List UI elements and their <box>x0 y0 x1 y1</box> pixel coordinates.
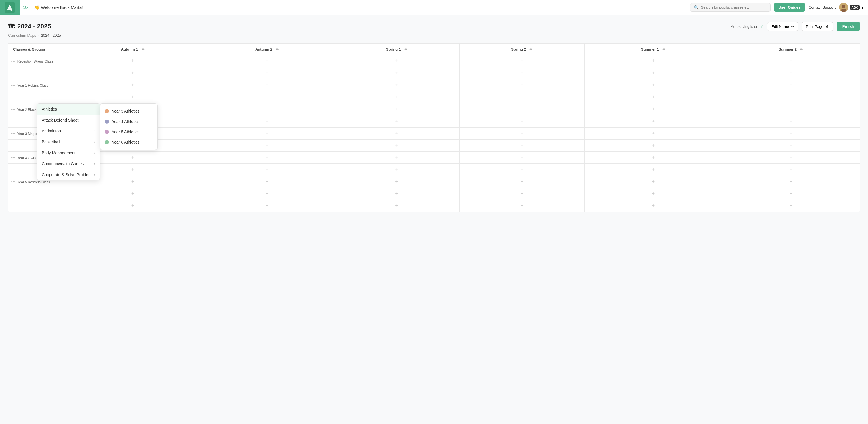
add-item-button[interactable]: + <box>652 82 655 88</box>
dropdown-item-athletics[interactable]: Athletics› <box>37 104 100 115</box>
add-item-button[interactable]: + <box>266 142 269 149</box>
add-item-button[interactable]: + <box>131 82 134 88</box>
add-item-button[interactable]: + <box>789 106 793 112</box>
add-item-button[interactable]: + <box>789 142 793 149</box>
add-item-button[interactable]: + <box>131 58 134 64</box>
add-item-button[interactable]: + <box>789 167 793 173</box>
add-item-button[interactable]: + <box>521 58 524 64</box>
add-item-button[interactable]: + <box>521 142 524 149</box>
add-item-button[interactable]: + <box>789 191 793 197</box>
row-menu-icon[interactable]: ••• <box>11 59 16 64</box>
add-item-button[interactable]: + <box>131 70 134 76</box>
submenu-item-year-5-athletics[interactable]: Year 5 Athletics <box>100 127 157 137</box>
edit-name-button[interactable]: Edit Name ✏ <box>767 22 798 31</box>
dropdown-item-attack-defend-shoot[interactable]: Attack Defend Shoot› <box>37 115 100 126</box>
search-input[interactable] <box>701 5 767 9</box>
add-item-button[interactable]: + <box>789 58 793 64</box>
add-item-button[interactable]: + <box>266 58 269 64</box>
add-item-button[interactable]: + <box>395 82 398 88</box>
add-item-button[interactable]: + <box>131 155 134 161</box>
add-item-button[interactable]: + <box>521 130 524 136</box>
nav-arrows[interactable]: ≫ <box>23 4 28 11</box>
autumn1-edit-icon[interactable]: ✏ <box>142 47 145 52</box>
add-item-button[interactable]: + <box>652 191 655 197</box>
add-item-button[interactable]: + <box>789 203 793 209</box>
add-item-button[interactable]: + <box>652 130 655 136</box>
add-item-button[interactable]: + <box>266 167 269 173</box>
add-item-button[interactable]: + <box>521 94 524 100</box>
add-item-button[interactable]: + <box>789 130 793 136</box>
add-item-button[interactable]: + <box>395 191 398 197</box>
add-item-button[interactable]: + <box>266 70 269 76</box>
add-item-button[interactable]: + <box>521 106 524 112</box>
contact-support-link[interactable]: Contact Support <box>808 5 836 9</box>
add-item-button[interactable]: + <box>266 94 269 100</box>
submenu-item-year-4-athletics[interactable]: Year 4 Athletics <box>100 116 157 127</box>
add-item-button[interactable]: + <box>789 94 793 100</box>
add-item-button[interactable]: + <box>521 118 524 124</box>
add-item-button[interactable]: + <box>266 130 269 136</box>
spring1-edit-icon[interactable]: ✏ <box>404 47 408 52</box>
add-item-button[interactable]: + <box>395 58 398 64</box>
add-item-button[interactable]: + <box>789 118 793 124</box>
add-item-button[interactable]: + <box>266 106 269 112</box>
add-item-button[interactable]: + <box>395 179 398 185</box>
add-item-button[interactable]: + <box>789 155 793 161</box>
user-menu[interactable]: ABC ▾ <box>839 3 863 12</box>
add-item-button[interactable]: + <box>652 58 655 64</box>
add-item-button[interactable]: + <box>652 106 655 112</box>
row-menu-icon[interactable]: ••• <box>11 155 16 160</box>
dropdown-item-commonwealth-games[interactable]: Commonwealth Games› <box>37 158 100 169</box>
add-item-button[interactable]: + <box>395 106 398 112</box>
add-item-button[interactable]: + <box>395 167 398 173</box>
add-item-button[interactable]: + <box>789 70 793 76</box>
add-item-button[interactable]: + <box>521 203 524 209</box>
add-item-button[interactable]: + <box>395 203 398 209</box>
finish-button[interactable]: Finish <box>837 22 860 31</box>
add-item-button[interactable]: + <box>266 179 269 185</box>
add-item-button[interactable]: + <box>131 179 134 185</box>
add-item-button[interactable]: + <box>395 118 398 124</box>
add-item-button[interactable]: + <box>652 167 655 173</box>
row-menu-icon[interactable]: ••• <box>11 131 16 136</box>
submenu-item-year-3-athletics[interactable]: Year 3 Athletics <box>100 106 157 116</box>
add-item-button[interactable]: + <box>521 82 524 88</box>
add-item-button[interactable]: + <box>266 203 269 209</box>
row-menu-icon[interactable]: ••• <box>11 107 16 112</box>
dropdown-item-basketball[interactable]: Basketball› <box>37 136 100 148</box>
add-item-button[interactable]: + <box>652 155 655 161</box>
add-item-button[interactable]: + <box>395 130 398 136</box>
add-item-button[interactable]: + <box>521 155 524 161</box>
add-item-button[interactable]: + <box>131 203 134 209</box>
add-item-button[interactable]: + <box>652 203 655 209</box>
add-item-button[interactable]: + <box>789 82 793 88</box>
add-item-button[interactable]: + <box>652 94 655 100</box>
row-menu-icon[interactable]: ••• <box>11 180 16 184</box>
search-bar[interactable]: 🔍 <box>690 3 771 12</box>
row-menu-icon[interactable]: ••• <box>11 83 16 88</box>
add-item-button[interactable]: + <box>652 179 655 185</box>
add-item-button[interactable]: + <box>521 191 524 197</box>
dropdown-item-cooperate-&-solve-problems[interactable]: Cooperate & Solve Problems› <box>37 169 100 180</box>
add-item-button[interactable]: + <box>131 191 134 197</box>
add-item-button[interactable]: + <box>652 118 655 124</box>
breadcrumb-root[interactable]: Curriculum Maps <box>8 33 36 38</box>
add-item-button[interactable]: + <box>395 142 398 149</box>
add-item-button[interactable]: + <box>266 191 269 197</box>
add-item-button[interactable]: + <box>395 70 398 76</box>
submenu-item-year-6-athletics[interactable]: Year 6 Athletics <box>100 137 157 148</box>
print-page-button[interactable]: Print Page 🖨 <box>802 22 833 31</box>
add-item-button[interactable]: + <box>395 94 398 100</box>
add-item-button[interactable]: + <box>652 142 655 149</box>
add-item-button[interactable]: + <box>395 155 398 161</box>
summer2-edit-icon[interactable]: ✏ <box>800 47 803 52</box>
add-item-button[interactable]: + <box>266 155 269 161</box>
add-item-button[interactable]: + <box>131 94 134 100</box>
summer1-edit-icon[interactable]: ✏ <box>662 47 666 52</box>
add-item-button[interactable]: + <box>266 118 269 124</box>
add-item-button[interactable]: + <box>521 167 524 173</box>
spring2-edit-icon[interactable]: ✏ <box>529 47 533 52</box>
autumn2-edit-icon[interactable]: ✏ <box>276 47 279 52</box>
dropdown-item-body-management[interactable]: Body Management› <box>37 148 100 158</box>
add-item-button[interactable]: + <box>521 179 524 185</box>
